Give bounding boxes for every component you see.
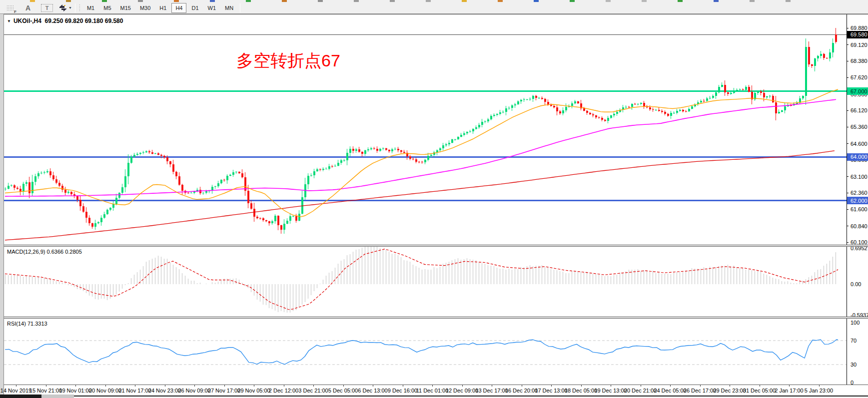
time-tick [75,385,76,387]
time-tick [730,385,730,387]
time-label: 24 Dec 05:00 [654,388,686,394]
time-tick [224,385,225,387]
time-label: 5 Jan 23:00 [805,388,834,394]
svg-text:62.360: 62.360 [851,190,868,196]
time-label: 11 Dec 01:00 [416,388,449,394]
symbol-label: UKOil-,H4 [13,17,41,24]
time-label: 21 Nov 17:00 [118,388,151,394]
time-tick [46,385,46,387]
timeframe-button-mn[interactable]: MN [221,3,237,13]
price-badge-62.000: 62.000 [847,197,868,204]
time-tick [105,385,106,387]
price-badge-69.580: 69.580 [847,31,868,38]
chart-toolbar: F A T ▼ M1M5M15M30H1H4D1W1MN [0,2,868,14]
svg-text:66.120: 66.120 [851,107,868,113]
svg-text:67.620: 67.620 [851,74,868,80]
svg-text:0.00: 0.00 [851,281,861,287]
time-tick [254,385,254,387]
time-label: 2 Dec 12:00 [269,388,298,394]
macd-label: MACD(12,26,9) 0.6366 0.2805 [7,249,82,255]
chart-symbol-title: ▼ UKOil-,H4 69.250 69.820 69.180 69.580 [7,17,123,24]
svg-text:61.600: 61.600 [851,206,868,212]
time-tick [16,385,16,387]
svg-text:64.600: 64.600 [851,141,868,147]
time-label: 29 Dec 23:00 [713,388,746,394]
time-label: 16 Dec 20:00 [505,388,538,394]
timeframe-button-m5[interactable]: M5 [99,3,115,13]
svg-text:100: 100 [851,320,860,326]
time-label: 18 Dec 05:00 [565,388,597,394]
svg-text:70: 70 [851,338,857,344]
macd-indicator-panel: MACD(12,26,9) 0.6366 0.2805 0.69520.00-0… [4,247,868,317]
svg-text:69.120: 69.120 [851,42,868,48]
ohlc-values [41,17,45,24]
time-label: 20 Dec 21:00 [624,388,657,394]
grid-f-label: F [14,9,16,14]
time-tick [403,385,403,387]
timeframe-button-m1[interactable]: M1 [83,3,98,13]
time-axis: 14 Nov 201915 Nov 21:0019 Nov 01:0020 No… [4,385,868,395]
time-label: 26 Nov 09:00 [178,388,210,394]
time-tick [284,385,284,387]
chart-annotation-text[interactable]: 多空转折点67 [236,49,340,72]
svg-text:60.840: 60.840 [851,223,868,229]
price-axis: 10070300 [847,319,868,385]
timeframe-button-d1[interactable]: D1 [187,3,202,13]
text-tool-icon[interactable]: A [22,3,34,13]
label-tool-icon[interactable]: T [41,4,53,12]
candlestick-chart: 69.88069.12068.38067.62066.86066.12065.3… [4,14,868,245]
timeframe-button-m15[interactable]: M15 [116,3,135,13]
svg-text:68.380: 68.380 [851,58,868,64]
horizontal-price-lines[interactable] [4,34,847,200]
toolbar-grip[interactable] [79,4,81,12]
time-tick [819,385,820,387]
window-left-border [0,14,4,395]
time-label: 6 Dec 13:00 [358,388,387,394]
scrollbar-thumb[interactable] [41,395,74,398]
dotted-grid-icon [6,5,14,10]
rsi-indicator-panel: RSI(14) 71.3313 10070300 [4,319,868,385]
time-tick [611,385,611,387]
candlestick-series [4,28,837,234]
price-axis: 0.69520.00-0.5937 [847,247,868,317]
timeframe-button-w1[interactable]: W1 [204,3,220,13]
macd-histogram [5,247,836,313]
window-bottom-edge [0,395,868,398]
time-label: 12 Dec 09:00 [446,388,478,394]
time-tick [641,385,641,387]
svg-text:69.880: 69.880 [851,25,868,31]
timeframe-button-group: M1M5M15M30H1H4D1W1MN [82,3,238,13]
time-tick [373,385,373,387]
time-label: 27 Nov 17:00 [208,388,240,394]
time-tick [492,385,492,387]
time-label: 29 Nov 05:00 [237,388,270,394]
time-label: 15 Nov 21:00 [29,388,62,394]
trading-terminal-window: F A T ▼ M1M5M15M30H1H4D1W1MN ▼ UKOil-,H4… [0,0,868,398]
svg-text:69.580: 69.580 [851,31,868,37]
time-tick [194,385,195,387]
time-tick [700,385,701,387]
dropdown-caret-icon[interactable]: ▼ [68,6,72,9]
time-tick [760,385,760,387]
time-label: 17 Dec 13:00 [535,388,567,394]
time-tick [551,385,552,387]
rsi-label: RSI(14) 71.3313 [7,321,47,327]
arrows-tool-icon[interactable]: ▼ [59,3,72,13]
svg-text:-0.5937: -0.5937 [851,312,868,317]
time-label: 24 Nov 23:00 [148,388,181,394]
time-label: 19 Nov 01:00 [59,388,91,394]
grid-settings-icon[interactable]: F [4,3,16,13]
svg-text:64.000: 64.000 [851,154,868,160]
time-label: 5 Dec 05:00 [328,388,358,394]
time-tick [789,385,790,387]
time-label: 20 Nov 09:00 [89,388,121,394]
diagonal-arrows-icon [59,4,67,11]
timeframe-button-h4[interactable]: H4 [171,3,186,13]
timeframe-button-m30[interactable]: M30 [136,3,154,13]
timeframe-button-h1[interactable]: H1 [155,3,170,13]
time-label: 13 Dec 17:00 [475,388,508,394]
scrollbar-track[interactable] [0,395,41,398]
symbol-dropdown-icon[interactable]: ▼ [7,19,11,23]
time-tick [343,385,344,387]
time-tick [462,385,463,387]
